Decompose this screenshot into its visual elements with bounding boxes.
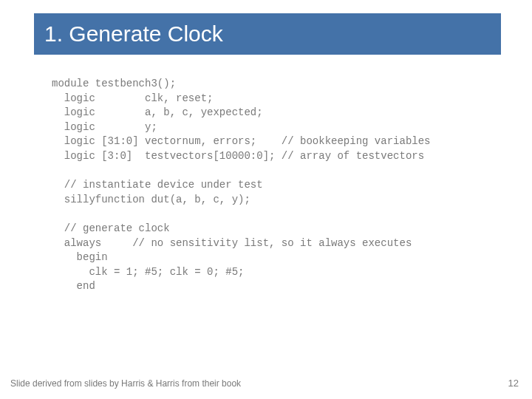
code-block: module testbench3(); logic clk, reset; l… (52, 77, 510, 294)
footer-credit: Slide derived from slides by Harris & Ha… (10, 378, 241, 389)
slide-title: 1. Generate Clock (34, 21, 223, 47)
title-bar: 1. Generate Clock (34, 13, 501, 55)
slide-number: 12 (508, 378, 519, 389)
